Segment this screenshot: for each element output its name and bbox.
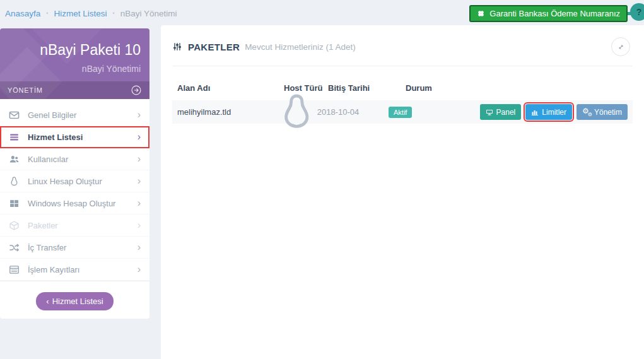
chevron-right-icon: › [138, 198, 141, 208]
sidebar-item-windows-hesap-olustur[interactable]: Windows Hesap Oluştur › [0, 192, 149, 215]
sidebar-footer: ‹Hizmet Listesi [0, 281, 149, 310]
users-icon [9, 154, 20, 165]
manage-button[interactable]: ⚙⚙ Yönetim [577, 104, 628, 120]
table-header-row: Alan Adı Host Türü Bitiş Tarihi Durum [172, 75, 633, 100]
limits-button[interactable]: Limitler [525, 104, 572, 120]
packages-table: Alan Adı Host Türü Bitiş Tarihi Durum me… [172, 75, 633, 124]
breadcrumb: Anasayfa • Hizmet Listesi • nBayi Yöneti… [5, 0, 177, 26]
chevron-right-icon: › [138, 154, 141, 164]
expand-icon [617, 43, 625, 51]
package-subtitle: nBayi Yönetimi [82, 64, 141, 74]
arrow-circle-right-icon[interactable] [131, 85, 142, 96]
promo-card-footer: YÖNETİM [0, 81, 149, 99]
monitor-icon [486, 109, 493, 116]
packages-panel: PAKETLER Mevcut Hizmetleriniz (1 Adet) A… [161, 25, 644, 359]
sidebar-item-label: Hizmet Listesi [28, 132, 83, 142]
linux-icon [9, 176, 20, 187]
bank-button-label: Garanti Bankası Ödeme Numaranız [489, 9, 620, 18]
windows-icon [9, 198, 20, 209]
page-subtitle: Mevcut Hizmetleriniz (1 Adet) [245, 42, 356, 52]
chevron-left-icon: ‹ [46, 297, 49, 306]
help-button[interactable]: ? [630, 3, 644, 21]
sidebar-item-islem-kayitlari[interactable]: İşlem Kayıtları › [0, 259, 149, 281]
top-bar: Anasayfa • Hizmet Listesi • nBayi Yöneti… [0, 0, 644, 26]
table-row: melihyilmaz.tld 2018-10-04 Aktif [172, 100, 633, 124]
sidebar-item-ic-transfer[interactable]: İç Transfer › [0, 237, 149, 259]
host-type-cell [264, 91, 317, 132]
package-promo-card: nBayi Paketi 10 nBayi Yönetimi YÖNETİM [0, 28, 149, 99]
header-divider [172, 66, 633, 66]
panel-button-label: Panel [496, 108, 516, 117]
column-header-status: Durum [406, 83, 505, 93]
panel-button[interactable]: Panel [480, 104, 522, 120]
chevron-right-icon: › [138, 176, 141, 186]
sidebar-item-linux-hesap-olustur[interactable]: Linux Hesap Oluştur › [0, 170, 149, 192]
sidebar-item-hizmet-listesi[interactable]: Hizmet Listesi › [0, 126, 149, 148]
list-icon [9, 132, 20, 143]
sidebar-item-paketler[interactable]: Paketler › [0, 215, 149, 237]
manage-button-label: Yönetim [594, 108, 622, 117]
sidebar-item-label: İşlem Kayıtları [28, 265, 79, 274]
sidebar-item-label: Genel Bilgiler [28, 110, 76, 120]
chevron-right-icon: › [138, 132, 141, 142]
chevron-right-icon: › [138, 242, 141, 252]
sidebar-item-label: Paketler [28, 221, 58, 230]
sidebar: Genel Bilgiler › Hizmet Listesi › Kullan… [0, 99, 149, 319]
row-actions: Panel Limitler ⚙⚙ Yönetim [480, 104, 633, 120]
back-button-label: Hizmet Listesi [52, 297, 103, 306]
status-cell: Aktif [389, 107, 480, 118]
envelope-icon [9, 110, 20, 121]
chevron-right-icon: › [138, 220, 141, 230]
package-title: nBayi Paketi 10 [40, 42, 141, 59]
linux-icon [276, 91, 317, 132]
sidebar-item-label: Windows Hesap Oluştur [28, 199, 115, 208]
garanti-bank-payment-button[interactable]: Garanti Bankası Ödeme Numaranız [469, 5, 628, 22]
sidebar-item-label: İç Transfer [28, 243, 66, 252]
column-header-domain: Alan Adı [172, 83, 271, 93]
status-badge: Aktif [389, 107, 412, 118]
back-to-service-list-button[interactable]: ‹Hizmet Listesi [36, 292, 113, 310]
sidebar-menu: Genel Bilgiler › Hizmet Listesi › Kullan… [0, 99, 149, 281]
expand-panel-button[interactable] [611, 37, 630, 56]
bar-chart-icon [531, 109, 539, 116]
domain-cell: melihyilmaz.tld [172, 107, 264, 117]
column-header-host-type: Host Türü [271, 83, 328, 93]
gears-icon: ⚙⚙ [582, 108, 591, 116]
page-title: PAKETLER [188, 42, 240, 52]
end-date-cell: 2018-10-04 [317, 107, 389, 117]
sidebar-item-genel-bilgiler[interactable]: Genel Bilgiler › [0, 104, 149, 126]
breadcrumb-separator: • [46, 10, 48, 16]
sidebar-item-label: Linux Hesap Oluştur [28, 177, 102, 186]
sidebar-item-label: Kullanıcılar [28, 155, 68, 164]
sliders-icon [172, 42, 182, 52]
breadcrumb-service-list-link[interactable]: Hizmet Listesi [54, 9, 107, 18]
chevron-right-icon: › [138, 264, 141, 274]
breadcrumb-separator: • [112, 10, 114, 16]
chevron-right-icon: › [138, 110, 141, 120]
limits-button-label: Limitler [542, 108, 566, 117]
breadcrumb-home-link[interactable]: Anasayfa [5, 9, 40, 18]
sidebar-item-kullanicilar[interactable]: Kullanıcılar › [0, 148, 149, 170]
column-header-end-date: Bitiş Tarihi [328, 83, 406, 93]
clover-icon [477, 9, 485, 18]
records-icon [9, 264, 20, 275]
transfer-icon [9, 242, 20, 253]
breadcrumb-current-page: nBayi Yönetimi [120, 9, 177, 18]
package-icon [9, 220, 20, 231]
packages-header: PAKETLER Mevcut Hizmetleriniz (1 Adet) [161, 25, 644, 66]
management-label: YÖNETİM [8, 86, 43, 94]
